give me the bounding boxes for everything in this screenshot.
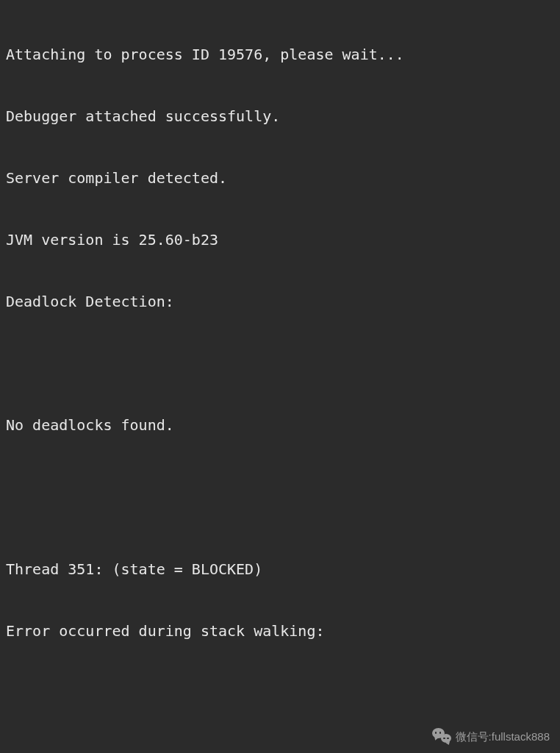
compiler-line: Server compiler detected. [6, 168, 554, 188]
jvm-version-line: JVM version is 25.60-b23 [6, 229, 554, 250]
watermark: 微信号:fullstack888 [432, 728, 550, 744]
blank-line [6, 744, 554, 753]
wechat-icon [432, 728, 451, 744]
blank-line [6, 682, 554, 703]
blank-line [6, 353, 554, 374]
thread-error: Error occurred during stack walking: [6, 621, 554, 641]
attached-line: Debugger attached successfully. [6, 106, 554, 126]
deadlock-result-line: No deadlocks found. [6, 415, 554, 435]
blank-line [6, 477, 554, 497]
attaching-line: Attaching to process ID 19576, please wa… [6, 44, 554, 65]
thread-title: Thread 351: (state = BLOCKED) [6, 559, 554, 579]
watermark-text: 微信号:fullstack888 [456, 729, 550, 744]
terminal-output: Attaching to process ID 19576, please wa… [6, 3, 554, 753]
deadlock-title-line: Deadlock Detection: [6, 291, 554, 312]
